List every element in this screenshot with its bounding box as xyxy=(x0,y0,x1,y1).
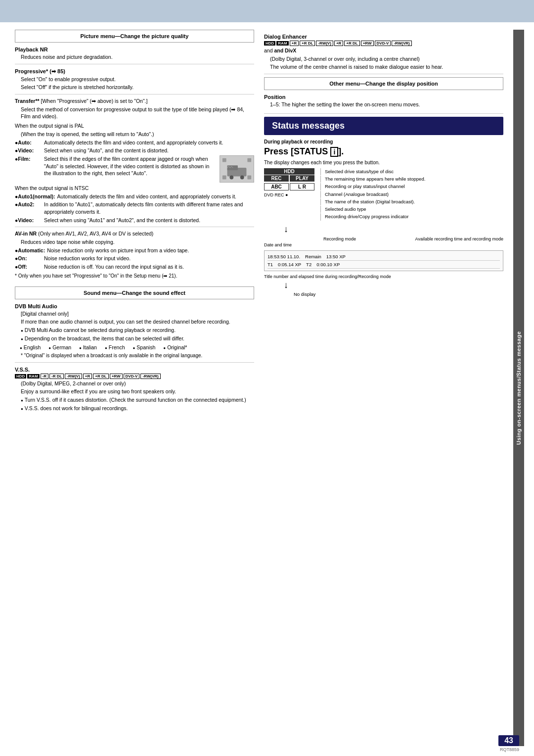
picture-menu-title: Picture menu—Change the picture quality xyxy=(19,33,250,39)
position-subsection: Position 1–5: The higher the setting the… xyxy=(264,94,503,114)
timeline-row2-col3: T2 xyxy=(306,262,312,267)
av-in-nr-label: AV-in NR (Only when AV1, AV2, AV3, AV4 o… xyxy=(15,230,254,237)
vss-badges: HDD RAM -R -R DL -RW(V) +R +R DL +RW DVD… xyxy=(15,374,254,379)
progressive-label: Progressive* (➡ 85) xyxy=(15,68,254,75)
av-in-nr-subsection: AV-in NR (Only when AV1, AV2, AV3, AV4 o… xyxy=(15,230,254,279)
hdd-box: HDD xyxy=(264,168,314,175)
no-display-label: No display xyxy=(264,291,503,297)
status-diagram-container: HDD REC PLAY ABC L R DVD REC ● xyxy=(264,168,503,297)
status-diagram: HDD REC PLAY ABC L R DVD REC ● xyxy=(264,168,503,221)
label-channel: Channel (Analogue broadcast) xyxy=(320,191,425,198)
vss-bullet2: V.S.S. does not work for bilingual recor… xyxy=(15,405,254,412)
av-in-automatic: ●Automatic: Noise reduction only works o… xyxy=(15,247,254,254)
svg-rect-2 xyxy=(222,175,226,179)
status-labels-group: Selected drive status/type of disc The r… xyxy=(320,168,425,221)
display-note: The display changes each time you press … xyxy=(264,160,503,165)
label-station-name: The name of the station (Digital broadca… xyxy=(320,198,425,205)
sound-menu-title: Sound menu—Change the sound effect xyxy=(19,290,250,296)
right-column: Dialog Enhancer HDD RAM +R +R DL -RW(V) … xyxy=(264,30,503,746)
rec-box: REC xyxy=(264,175,289,182)
dvb-footnote: * "Original" is displayed when a broadca… xyxy=(15,352,254,359)
timeline-row2-col2: 0:05.14 XP xyxy=(278,262,301,267)
vss-bullet1: Turn V.S.S. off if it causes distortion.… xyxy=(15,396,254,404)
timeline-diagram: 18:53:50 11.10. Remain 13:50 XP T1 0:05.… xyxy=(264,250,503,271)
transfer-when-ntsc: When the output signal is NTSC xyxy=(15,185,254,192)
timeline-row1-col3: 13:50 XP xyxy=(326,254,346,259)
timeline-row2-col1: T1 xyxy=(267,262,273,267)
svg-rect-1 xyxy=(222,158,226,162)
progressive-desc2: Select "Off" if the picture is stretched… xyxy=(15,84,254,91)
label-selected-drive: Selected drive status/type of disc xyxy=(320,168,425,175)
av-in-off: ●Off: Noise reduction is off. You can re… xyxy=(15,263,254,271)
transfer-label: Transfer** [When "Progressive" (➡ above)… xyxy=(15,97,254,105)
transfer-auto1-item: ●Auto1(normal): Automatically detects th… xyxy=(15,193,254,200)
during-playback-label: During playback or recording xyxy=(264,139,503,144)
dialog-enhancer-label: Dialog Enhancer xyxy=(264,34,503,40)
dialog-enhancer-divx: and and DivX xyxy=(264,47,503,54)
svg-rect-4 xyxy=(247,175,251,179)
rec-play-boxes: REC PLAY xyxy=(264,175,314,182)
transfer-auto-item: ●Auto: Automatically detects the film an… xyxy=(15,139,254,146)
picture-menu-section: Picture menu—Change the picture quality xyxy=(15,30,254,43)
transfer-when-pal: When the output signal is PAL xyxy=(15,122,254,130)
playback-nr-text: Reduces noise and picture degradation. xyxy=(15,53,254,61)
top-banner xyxy=(0,0,534,22)
svg-point-8 xyxy=(240,175,244,179)
transfer-auto2-item: ●Auto2: In addition to "Auto1", automati… xyxy=(15,201,254,215)
ref-code: RQT8859 xyxy=(500,747,519,752)
transfer-desc: Select the method of conversion for prog… xyxy=(15,106,254,120)
dvb-multi-audio-subsection: DVB Multi Audio [Digital channel only] I… xyxy=(15,303,254,363)
title-elapsed-play-label xyxy=(264,236,323,241)
av-in-on: ●On: Noise reduction works for input vid… xyxy=(15,255,254,262)
lr-box: L R xyxy=(290,183,314,190)
dvb-multi-audio-label: DVB Multi Audio xyxy=(15,303,254,309)
page-number: 43 xyxy=(498,735,519,746)
dvb-desc1: If more than one audio channel is output… xyxy=(15,318,254,326)
timeline-row-2: T1 0:05.14 XP T2 0:00.10 XP xyxy=(267,261,500,269)
dvd-rec-text: DVD REC ● xyxy=(264,192,288,197)
title-elapsed-rec-label: Title number and elapsed time during rec… xyxy=(264,274,503,279)
status-boxes-group: HDD REC PLAY ABC L R DVD REC ● xyxy=(264,168,314,197)
dvb-language-options: English German Italian French Spanish Or… xyxy=(20,344,254,350)
dvb-channel-note: [Digital channel only] xyxy=(15,310,254,318)
label-audio-type: Selected audio type xyxy=(320,206,425,213)
timeline-row-1: 18:53:50 11.10. Remain 13:50 XP xyxy=(267,253,500,261)
playback-nr-subsection: Playback NR Reduces noise and picture de… xyxy=(15,47,254,64)
arrow-down-2: ↓ xyxy=(264,280,503,290)
abc-box: ABC xyxy=(264,183,289,190)
left-column: Picture menu—Change the picture quality … xyxy=(15,30,254,746)
abc-lr-boxes: ABC L R xyxy=(264,183,314,191)
dvb-bullet1: DVB Multi Audio cannot be selected durin… xyxy=(15,327,254,334)
dvb-bullet2: Depending on the broadcast, the items th… xyxy=(15,335,254,342)
progressive-subsection: Progressive* (➡ 85) Select "On" to enabl… xyxy=(15,68,254,94)
vss-label: V.S.S. xyxy=(15,367,254,373)
dvd-rec-row: DVD REC ● xyxy=(264,192,314,197)
status-messages-title: Status messages xyxy=(272,121,495,131)
av-in-nr-desc: Reduces video tape noise while copying. xyxy=(15,238,254,246)
label-remaining-time: The remaining time appears here while st… xyxy=(320,176,425,183)
position-label: Position xyxy=(264,94,503,100)
other-menu-section: Other menu—Change the display position xyxy=(264,77,503,90)
play-box: PLAY xyxy=(290,175,314,182)
vss-subsection: V.S.S. HDD RAM -R -R DL -RW(V) +R +R DL … xyxy=(15,367,254,412)
arrow-down-1: ↓ xyxy=(264,224,503,235)
dialog-enhancer-subsection: Dialog Enhancer HDD RAM +R +R DL -RW(V) … xyxy=(264,34,503,74)
label-recording-drive: Recording drive/Copy progress indicator xyxy=(320,213,425,220)
svg-point-7 xyxy=(229,175,233,179)
sound-menu-section: Sound menu—Change the sound effect xyxy=(15,286,254,299)
playback-nr-label: Playback NR xyxy=(15,47,254,52)
dialog-enhancer-desc: The volume of the centre channel is rais… xyxy=(264,63,503,71)
svg-rect-3 xyxy=(247,158,251,162)
av-in-footnote: * Only when you have set "Progressive" t… xyxy=(15,273,254,280)
transfer-film-item: ●Film: Select this if the edges of the f… xyxy=(15,155,254,183)
transfer-video2-item: ●Video: Select when using "Auto1" and "A… xyxy=(15,217,254,224)
status-messages-header: Status messages xyxy=(264,117,503,135)
vss-desc: Enjoy a surround-like effect if you are … xyxy=(15,388,254,395)
date-time-label: Date and time xyxy=(264,242,503,247)
timeline-top-labels: Recording mode Available recording time … xyxy=(264,236,503,241)
timeline-row2-col4: 0:00.10 XP xyxy=(316,262,340,267)
other-menu-title: Other menu—Change the display position xyxy=(268,81,499,87)
transfer-subsection: Transfer** [When "Progressive" (➡ above)… xyxy=(15,97,254,227)
available-time-label: Available recording time and recording m… xyxy=(413,236,503,241)
timeline-row1-col2: Remain xyxy=(305,254,321,259)
